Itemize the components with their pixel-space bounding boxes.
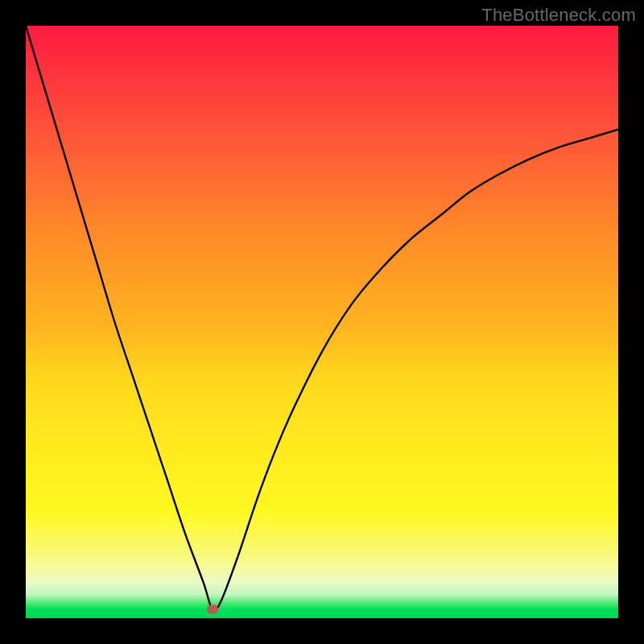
curve-svg xyxy=(26,26,618,618)
chart-stage: TheBottleneck.com xyxy=(0,0,644,644)
watermark-text: TheBottleneck.com xyxy=(481,5,636,26)
plot-area xyxy=(26,26,618,618)
curve-path xyxy=(26,26,618,610)
min-marker xyxy=(207,605,218,613)
